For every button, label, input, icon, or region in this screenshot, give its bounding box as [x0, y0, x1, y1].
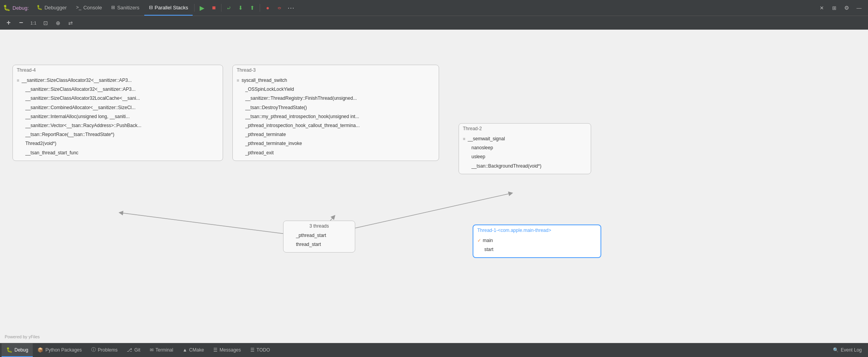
list-item[interactable]: __tsan::DestroyThreadState()	[233, 103, 439, 112]
step-into-button[interactable]: ⬇	[235, 2, 246, 14]
window-controls: ✕ ⊞ ⚙ —	[816, 2, 865, 14]
close-button[interactable]: ✕	[816, 2, 827, 14]
list-item[interactable]: _pthread_exit	[233, 148, 439, 157]
more-button[interactable]: ⋯	[285, 2, 297, 14]
list-item[interactable]: ≡ __semwait_signal	[459, 134, 591, 143]
list-item[interactable]: __sanitizer::ThreadRegistry::FinishThrea…	[233, 94, 439, 103]
toolbar-divider-3	[260, 4, 260, 12]
todo-icon: ☰	[250, 347, 255, 353]
list-item[interactable]: nanosleep	[459, 143, 591, 152]
thread-2-content: ≡ __semwait_signal nanosleep usleep __ts…	[459, 133, 591, 174]
terminal-icon: ✉	[150, 347, 154, 353]
thread-4-box: Thread-4 ≡ __sanitizer::SizeClassAllocat…	[12, 65, 223, 161]
threads-node-content: _pthread_start thread_start	[283, 230, 355, 252]
bottom-tab-debug[interactable]: 🐛 Debug	[2, 343, 33, 357]
thread-4-header: Thread-4	[13, 65, 223, 74]
list-item[interactable]: Thread2(void*)	[13, 139, 223, 148]
resume-button[interactable]: ▶	[196, 2, 208, 14]
tab-sanitizers[interactable]: ⊞ Sanitizers	[106, 0, 144, 16]
python-packages-icon: 📦	[37, 347, 43, 353]
thread-3-content: ≡ syscall_thread_switch _OSSpinLockLockY…	[233, 74, 439, 161]
list-item[interactable]: _OSSpinLockLockYield	[233, 85, 439, 94]
tab-console[interactable]: >_ Console	[71, 0, 106, 16]
menu-icon: ≡	[17, 77, 19, 84]
thread-2-box: Thread-2 ≡ __semwait_signal nanosleep us…	[459, 123, 591, 174]
list-item[interactable]: __sanitizer::SizeClassAllocator32<__sani…	[13, 85, 223, 94]
bottom-tab-messages[interactable]: ☰ Messages	[209, 343, 246, 357]
minimize-button[interactable]: —	[853, 2, 865, 14]
list-item[interactable]: _pthread_introspection_hook_callout_thre…	[233, 121, 439, 130]
bottom-tab-python-packages[interactable]: 📦 Python Packages	[33, 343, 86, 357]
menu-icon: ≡	[463, 136, 465, 143]
tab-debugger[interactable]: 🐛 Debugger	[32, 0, 71, 16]
list-item[interactable]: start	[473, 245, 601, 254]
toolbar-divider-1	[194, 4, 195, 12]
thread-3-header: Thread-3	[233, 65, 439, 74]
top-toolbar: 🐛 Debug: 🐛 Debugger >_ Console ⊞ Sanitiz…	[0, 0, 868, 16]
list-item[interactable]: __tsan::BackgroundThread(void*)	[459, 162, 591, 171]
cmake-icon: ▲	[182, 347, 187, 353]
git-icon: ⎇	[127, 347, 132, 353]
problems-icon: ⓘ	[91, 346, 96, 353]
step-out-button[interactable]: ⬆	[246, 2, 258, 14]
bottom-right: 🔍 Event Log	[828, 346, 866, 355]
list-item[interactable]: _pthread_terminate	[233, 130, 439, 139]
share-button[interactable]: ⇄	[65, 18, 76, 28]
bottom-tab-terminal[interactable]: ✉ Terminal	[145, 343, 178, 357]
list-item[interactable]: thread_start	[283, 240, 355, 249]
frame-button[interactable]: ⊡	[40, 18, 51, 28]
bottom-tab-todo[interactable]: ☰ TODO	[246, 343, 275, 357]
list-item[interactable]: _pthread_terminate_invoke	[233, 139, 439, 148]
secondary-toolbar: + − 1:1 ⊡ ⊕ ⇄	[0, 16, 868, 30]
list-item[interactable]: __tsan_thread_start_func	[13, 148, 223, 157]
thread-1-header: Thread-1-<com.apple.main-thread>	[473, 225, 601, 235]
clear-button[interactable]: ○	[273, 2, 285, 14]
bottom-bar: 🐛 Debug 📦 Python Packages ⓘ Problems ⎇ G…	[0, 343, 868, 357]
threads-node-header: 3 threads	[283, 221, 355, 230]
step-over-button[interactable]: ⤾	[223, 2, 235, 14]
list-item[interactable]: ✓ main	[473, 236, 601, 245]
sanitizers-icon: ⊞	[111, 5, 115, 10]
zoom-out-button[interactable]: −	[16, 18, 27, 28]
list-item[interactable]: __sanitizer::CombinedAllocator<__sanitiz…	[13, 103, 223, 112]
messages-icon: ☰	[213, 347, 218, 353]
bottom-tab-git[interactable]: ⎇ Git	[122, 343, 145, 357]
bottom-tab-cmake[interactable]: ▲ CMake	[178, 343, 209, 357]
thread-1-content: ✓ main start	[473, 235, 601, 257]
menu-icon: ≡	[237, 77, 239, 84]
list-item[interactable]: __tsan::ReportRace(__tsan::ThreadState*)	[13, 130, 223, 139]
threads-node-box: 3 threads _pthread_start thread_start	[283, 221, 355, 253]
list-item[interactable]: usleep	[459, 152, 591, 161]
debugger-icon: 🐛	[37, 5, 43, 10]
event-log-button[interactable]: 🔍 Event Log	[828, 346, 866, 355]
stop-button[interactable]: ■	[208, 2, 220, 14]
console-icon: >_	[76, 5, 81, 10]
center-button[interactable]: ⊕	[53, 18, 64, 28]
event-log-icon: 🔍	[833, 347, 839, 353]
app-title: 🐛 Debug:	[3, 4, 29, 11]
list-item[interactable]: __tsan::my_pthread_introspection_hook(un…	[233, 112, 439, 121]
list-item[interactable]: __sanitizer::Vector<__tsan::RacyAddress>…	[13, 121, 223, 130]
thread-4-content: ≡ __sanitizer::SizeClassAllocator32<__sa…	[13, 74, 223, 161]
parallel-stacks-icon: ⊟	[149, 5, 153, 10]
layout-button[interactable]: ⊞	[828, 2, 840, 14]
zoom-in-button[interactable]: +	[3, 18, 14, 28]
list-item[interactable]: _pthread_start	[283, 231, 355, 240]
tab-parallel-stacks[interactable]: ⊟ Parallel Stacks	[144, 0, 193, 16]
check-icon: ✓	[477, 237, 481, 244]
settings-button[interactable]: ⚙	[841, 2, 852, 14]
thread-2-header: Thread-2	[459, 124, 591, 133]
thread-3-box: Thread-3 ≡ syscall_thread_switch _OSSpin…	[232, 65, 439, 161]
toolbar-divider-2	[221, 4, 221, 12]
list-item[interactable]: ≡ syscall_thread_switch	[233, 76, 439, 85]
list-item[interactable]: __sanitizer::SizeClassAllocator32LocalCa…	[13, 94, 223, 103]
bottom-tab-problems[interactable]: ⓘ Problems	[87, 343, 122, 357]
thread-1-box: Thread-1-<com.apple.main-thread> ✓ main …	[473, 224, 601, 258]
powered-by-label: Powered by yFiles	[5, 334, 40, 339]
debug-icon: 🐛	[6, 347, 12, 353]
breakpoint-button[interactable]: ●	[262, 2, 273, 14]
list-item[interactable]: ≡ __sanitizer::SizeClassAllocator32<__sa…	[13, 76, 223, 85]
fit-button[interactable]: 1:1	[28, 18, 39, 28]
parallel-stacks-canvas: Thread-4 ≡ __sanitizer::SizeClassAllocat…	[0, 30, 868, 343]
list-item[interactable]: __sanitizer::InternalAlloc(unsigned long…	[13, 112, 223, 121]
